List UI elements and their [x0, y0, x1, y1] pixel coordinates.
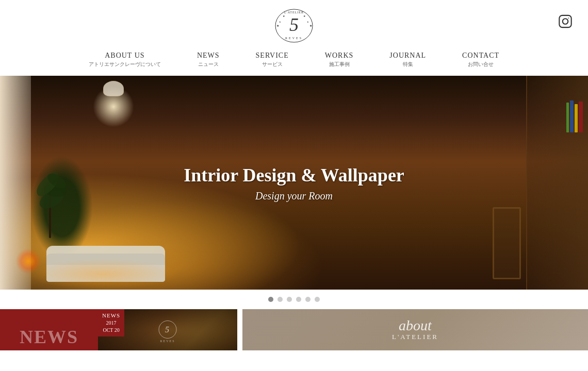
cards-section: NEWS NEWS 2017 OCT 20 5 REVES about L'AT… [0, 309, 588, 350]
lamp-shade [103, 81, 124, 96]
dot-4[interactable] [296, 297, 301, 302]
nav-item-contact[interactable]: CONTACT お問い合せ [444, 52, 517, 68]
svg-text:★: ★ [279, 21, 281, 23]
news-photo-logo: 5 REVES [159, 321, 177, 343]
nav-item-journal[interactable]: JOURNAL 特集 [371, 52, 444, 68]
svg-text:5: 5 [289, 14, 299, 35]
svg-text:★: ★ [303, 15, 306, 18]
hero-subtitle: Design your Room [184, 190, 404, 201]
plant [28, 156, 75, 238]
candle-glow [15, 248, 41, 274]
nav-label-contact: CONTACT [462, 52, 499, 60]
news-card[interactable]: NEWS NEWS 2017 OCT 20 5 REVES [0, 309, 237, 350]
svg-text:★: ★ [276, 24, 279, 27]
hero-title: Intrior Design & Wallpaper [184, 164, 404, 185]
hero-section: Intrior Design & Wallpaper Design your R… [0, 76, 588, 290]
svg-text:★: ★ [307, 21, 309, 23]
about-label: about [392, 318, 438, 333]
nav-label-journal: JOURNAL [389, 52, 426, 60]
instagram-link[interactable] [558, 14, 573, 32]
svg-text:REVES: REVES [285, 37, 303, 40]
header: L'ATELIER ★ ★ 5 REVES ★ ★ ★ ★ [0, 0, 588, 76]
nav-sub-contact: お問い合せ [468, 61, 494, 68]
nav-sub-journal: 特集 [403, 61, 413, 68]
nav-sub-news: ニュース [198, 61, 219, 68]
main-nav: ABOUT US アトリエサンクレーヴについて NEWS ニュース SERVIC… [0, 46, 588, 76]
svg-text:L'ATELIER: L'ATELIER [284, 11, 304, 14]
book-1 [579, 102, 583, 132]
instagram-icon [558, 14, 573, 29]
site-logo[interactable]: L'ATELIER ★ ★ 5 REVES ★ ★ ★ ★ [273, 5, 315, 44]
svg-point-11 [563, 19, 568, 24]
svg-rect-10 [559, 15, 571, 27]
news-red-text: NEWS [20, 326, 78, 348]
news-card-red: NEWS [0, 309, 98, 350]
nav-label-service: SERVICE [256, 52, 289, 60]
dot-1[interactable] [268, 297, 273, 302]
dot-3[interactable] [287, 297, 292, 302]
news-badge-year: 2017 [102, 319, 120, 327]
news-badge: NEWS 2017 OCT 20 [98, 309, 124, 336]
nav-label-about: ABOUT US [105, 52, 144, 60]
news-badge-news: NEWS [102, 312, 120, 319]
nav-sub-works: 施工事例 [329, 61, 350, 68]
latelier-label: L'ATELIER [392, 333, 438, 341]
book-2 [575, 104, 578, 132]
svg-text:★: ★ [283, 15, 285, 18]
dot-2[interactable] [277, 297, 283, 302]
nav-label-works: WORKS [325, 52, 354, 60]
slideshow-dots [0, 290, 588, 309]
about-card[interactable]: about L'ATELIER [242, 309, 588, 350]
floor-glow [26, 259, 181, 290]
book-3 [570, 100, 574, 132]
nav-item-service[interactable]: SERVICE サービス [238, 52, 307, 68]
news-badge-date: OCT 20 [102, 327, 120, 334]
nav-sub-about: アトリエサンクレーヴについて [89, 61, 161, 68]
nav-item-news[interactable]: NEWS ニュース [179, 52, 238, 68]
book-4 [566, 103, 569, 132]
nav-item-works[interactable]: WORKS 施工事例 [307, 52, 372, 68]
svg-point-12 [568, 18, 569, 19]
logo-svg: L'ATELIER ★ ★ 5 REVES ★ ★ ★ ★ [273, 5, 315, 44]
dot-5[interactable] [305, 297, 311, 302]
dot-6[interactable] [315, 297, 320, 302]
about-text: about L'ATELIER [392, 318, 438, 341]
nav-sub-service: サービス [262, 61, 283, 68]
nav-item-about[interactable]: ABOUT US アトリエサンクレーヴについて [71, 52, 179, 68]
mirror [493, 207, 521, 279]
hero-overlay: Intrior Design & Wallpaper Design your R… [184, 164, 404, 201]
svg-text:★: ★ [309, 24, 312, 27]
nav-label-news: NEWS [197, 52, 220, 60]
